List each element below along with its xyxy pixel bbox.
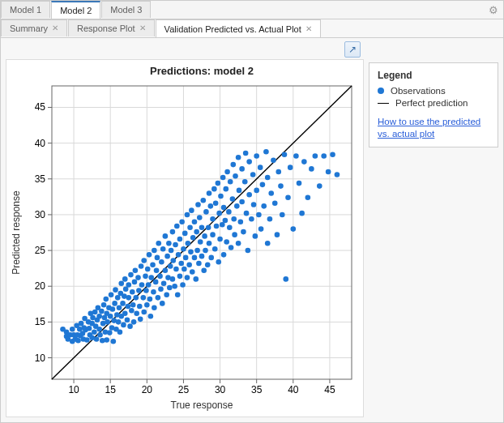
svg-point-247 (224, 239, 229, 245)
undock-button[interactable]: ↗ (344, 41, 361, 58)
svg-point-175 (164, 254, 170, 259)
svg-point-131 (129, 308, 135, 314)
svg-point-304 (309, 166, 314, 172)
svg-point-139 (135, 275, 141, 280)
svg-point-188 (175, 293, 181, 298)
undock-icon: ↗ (348, 44, 357, 55)
tab-summary[interactable]: Summary ✕ (1, 19, 67, 36)
svg-point-208 (192, 255, 198, 261)
svg-text:Predicted response: Predicted response (11, 190, 22, 275)
svg-text:35: 35 (35, 173, 46, 185)
svg-point-219 (201, 198, 207, 203)
svg-point-306 (317, 183, 322, 189)
svg-point-99 (105, 319, 110, 325)
svg-point-231 (210, 232, 216, 237)
svg-point-261 (237, 188, 242, 194)
close-icon[interactable]: ✕ (139, 24, 146, 32)
svg-point-172 (163, 267, 169, 273)
svg-point-186 (173, 267, 179, 272)
svg-point-273 (250, 172, 256, 177)
legend-title: Legend (378, 70, 489, 81)
svg-point-300 (297, 181, 302, 186)
svg-point-308 (326, 169, 331, 175)
svg-point-230 (210, 216, 216, 222)
svg-point-289 (272, 201, 278, 207)
svg-point-245 (223, 218, 229, 224)
plot-panel: ↗ 10152025303540451015202530354045Predic… (1, 38, 364, 422)
line-icon (378, 103, 389, 104)
svg-text:10: 10 (68, 384, 79, 395)
svg-point-96 (103, 297, 109, 302)
svg-point-201 (186, 241, 191, 246)
svg-point-143 (139, 263, 144, 269)
legend-panel: Legend Observations Perfect prediction H… (369, 62, 498, 147)
tab-model-2[interactable]: Model 2 (51, 1, 100, 19)
svg-point-298 (291, 226, 297, 232)
svg-point-159 (152, 248, 157, 254)
svg-point-142 (138, 317, 143, 323)
svg-point-211 (194, 229, 199, 235)
svg-point-150 (144, 302, 150, 308)
svg-text:30: 30 (215, 384, 226, 395)
svg-point-226 (207, 190, 212, 196)
svg-point-75 (87, 326, 92, 331)
svg-point-140 (136, 288, 142, 293)
svg-point-212 (194, 248, 200, 254)
svg-point-182 (170, 229, 176, 235)
gear-icon[interactable]: ⚙ (489, 4, 498, 16)
tab-model-1[interactable]: Model 1 (1, 1, 50, 18)
svg-point-88 (96, 314, 102, 319)
svg-point-156 (148, 275, 154, 280)
svg-point-248 (224, 169, 230, 175)
svg-point-137 (133, 295, 139, 301)
svg-point-205 (189, 207, 194, 213)
close-icon[interactable]: ✕ (52, 24, 58, 32)
svg-point-90 (99, 309, 105, 314)
svg-point-266 (242, 179, 248, 185)
svg-point-166 (157, 274, 163, 280)
svg-point-225 (206, 225, 211, 231)
svg-point-243 (221, 252, 227, 258)
tab-validation-predicted-actual[interactable]: Validation Predicted vs. Actual Plot ✕ (156, 19, 321, 37)
svg-point-290 (275, 232, 280, 237)
svg-point-292 (278, 183, 284, 189)
help-link[interactable]: How to use the predicted vs. actual plot (378, 116, 489, 140)
tab-model-3[interactable]: Model 3 (101, 1, 151, 18)
svg-point-97 (104, 337, 109, 343)
svg-point-195 (181, 246, 186, 252)
svg-point-257 (233, 173, 238, 179)
svg-point-246 (223, 186, 229, 192)
svg-point-184 (172, 284, 177, 289)
svg-point-108 (112, 301, 117, 306)
svg-point-249 (226, 209, 232, 215)
svg-point-120 (121, 323, 126, 328)
tab-response-plot[interactable]: Response Plot ✕ (68, 19, 155, 36)
svg-point-168 (159, 259, 164, 265)
svg-point-236 (216, 181, 221, 186)
svg-point-191 (177, 237, 183, 242)
svg-text:45: 45 (324, 384, 335, 395)
svg-point-305 (313, 153, 318, 159)
model-tabrow: Model 1 Model 2 Model 3 ⚙ (1, 1, 503, 19)
svg-point-101 (107, 330, 113, 335)
svg-point-223 (203, 209, 209, 215)
tab-label: Summary (10, 24, 48, 33)
svg-text:35: 35 (251, 384, 263, 395)
svg-point-114 (117, 305, 122, 310)
dot-icon (378, 88, 384, 94)
svg-point-84 (94, 336, 100, 342)
svg-point-181 (170, 276, 176, 282)
svg-point-141 (137, 304, 143, 310)
legend-observations: Observations (378, 86, 489, 96)
svg-point-164 (156, 295, 161, 301)
svg-point-190 (177, 274, 183, 280)
svg-point-220 (201, 267, 207, 273)
close-icon[interactable]: ✕ (305, 25, 312, 33)
svg-point-177 (166, 241, 172, 246)
svg-point-227 (207, 241, 212, 246)
svg-text:30: 30 (35, 209, 46, 220)
svg-point-189 (176, 252, 182, 258)
svg-text:40: 40 (288, 384, 299, 395)
svg-point-171 (161, 280, 167, 286)
svg-point-287 (268, 190, 274, 196)
